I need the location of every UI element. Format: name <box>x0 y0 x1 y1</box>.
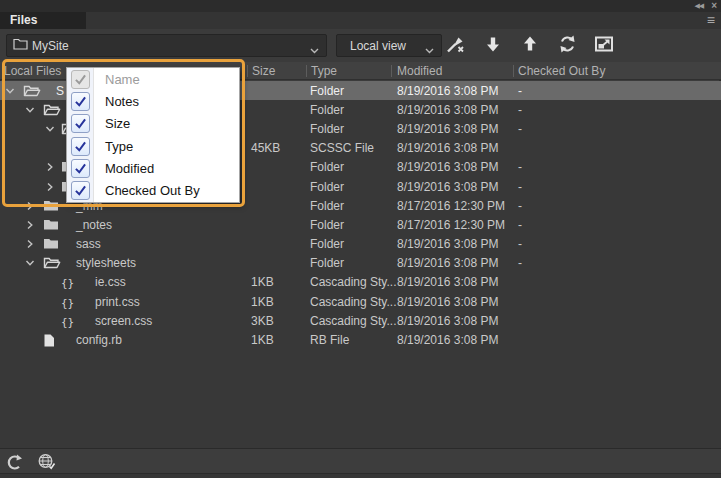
file-checked-out-by: - <box>518 256 522 270</box>
column-divider <box>513 65 514 77</box>
table-row[interactable]: {} _notes Folder 8/17/2016 12:30 PM - <box>0 215 721 234</box>
column-divider <box>247 65 248 77</box>
tree-expander-chevron-icon[interactable] <box>45 316 55 326</box>
checkbox-checked-icon[interactable] <box>71 137 90 156</box>
file-checked-out-by: - <box>518 84 522 98</box>
file-type: Cascading Sty... <box>310 314 396 328</box>
file-name: _notes <box>76 218 112 232</box>
globe-check-icon[interactable] <box>37 453 57 475</box>
tree-expander-chevron-icon[interactable] <box>25 201 35 211</box>
file-name: print.css <box>95 295 140 309</box>
file-size: 45KB <box>251 141 280 155</box>
file-modified: 8/19/2016 3:08 PM <box>397 160 498 174</box>
tree-expander-chevron-icon[interactable] <box>45 182 55 192</box>
expand-panel-button[interactable] <box>591 34 617 58</box>
file-type: Cascading Sty... <box>310 275 396 289</box>
table-row[interactable]: {} print.css 1KB Cascading Sty... 8/19/2… <box>0 292 721 311</box>
column-divider <box>391 65 392 77</box>
tree-expander-chevron-icon[interactable] <box>45 297 55 307</box>
table-row[interactable]: {} stylesheets Folder 8/19/2016 3:08 PM … <box>0 254 721 273</box>
file-checked-out-by: - <box>518 199 522 213</box>
tree-expander-chevron-icon[interactable] <box>25 105 35 115</box>
file-checked-out-by: - <box>518 218 522 232</box>
file-name: stylesheets <box>76 256 136 270</box>
close-icon[interactable]: × <box>711 1 717 11</box>
file-size: 1KB <box>251 275 274 289</box>
file-type: Folder <box>310 237 344 251</box>
tree-expander-chevron-icon[interactable] <box>25 258 35 268</box>
collapse-panel-icon[interactable]: ◀◀ <box>694 1 703 11</box>
menu-item[interactable]: Modified <box>67 157 239 179</box>
table-row[interactable]: {} ie.css 1KB Cascading Sty... 8/19/2016… <box>0 273 721 292</box>
tree-expander-chevron-icon[interactable] <box>45 124 55 134</box>
checkbox-checked-icon[interactable] <box>71 159 90 178</box>
file-type: Folder <box>310 218 344 232</box>
file-type: Folder <box>310 103 344 117</box>
menu-item[interactable]: Name <box>67 68 239 90</box>
file-modified: 8/19/2016 3:08 PM <box>397 256 498 270</box>
tree-expander-chevron-icon[interactable] <box>25 239 35 249</box>
site-selector-value: MySite <box>32 39 69 53</box>
menu-item-label: Size <box>105 116 130 131</box>
table-row[interactable]: {} sass Folder 8/19/2016 3:08 PM - <box>0 235 721 254</box>
get-files-down-arrow-icon <box>484 35 502 57</box>
checkbox-checked-icon[interactable] <box>71 92 90 111</box>
panel-options-hamburger-icon[interactable]: ≡ <box>707 12 715 29</box>
tab-bar: Files ≡ <box>0 12 721 29</box>
refresh-status-icon[interactable] <box>6 454 23 475</box>
refresh-button[interactable] <box>554 34 580 58</box>
checkbox-checked-icon[interactable] <box>71 181 90 200</box>
column-divider <box>306 65 307 77</box>
tree-expander-chevron-icon[interactable] <box>45 162 55 172</box>
get-files-button[interactable] <box>480 34 506 58</box>
file-checked-out-by: - <box>518 180 522 194</box>
put-files-button[interactable] <box>517 34 543 58</box>
tree-expander-chevron-icon[interactable] <box>45 277 55 287</box>
panel-bottom-edge <box>0 473 721 478</box>
column-header-checked-out-by[interactable]: Checked Out By <box>518 64 605 78</box>
column-header-modified[interactable]: Modified <box>397 64 442 78</box>
tree-expander-chevron-icon[interactable] <box>5 86 15 96</box>
file-modified: 8/19/2016 3:08 PM <box>397 180 498 194</box>
file-type: Folder <box>310 199 344 213</box>
file-name: S <box>56 84 64 98</box>
column-header-local-files[interactable]: Local Files <box>4 64 61 78</box>
file-modified: 8/19/2016 3:08 PM <box>397 141 498 155</box>
view-selector[interactable]: Local view <box>336 34 442 57</box>
file-modified: 8/19/2016 3:08 PM <box>397 275 498 289</box>
status-bar <box>0 448 721 473</box>
tree-expander-chevron-icon[interactable] <box>25 335 35 345</box>
connect-to-remote-server-button[interactable] <box>443 34 469 58</box>
menu-item-label: Type <box>105 139 133 154</box>
checkbox-checked-icon[interactable] <box>71 70 90 89</box>
view-selector-value: Local view <box>350 39 406 53</box>
menu-item-label: Checked Out By <box>105 183 200 198</box>
file-modified: 8/19/2016 3:08 PM <box>397 103 498 117</box>
menu-item[interactable]: Notes <box>67 90 239 112</box>
file-modified: 8/19/2016 3:08 PM <box>397 314 498 328</box>
tree-expander-chevron-icon[interactable] <box>25 220 35 230</box>
file-name: sass <box>76 237 101 251</box>
file-type: RB File <box>310 333 349 347</box>
put-files-up-arrow-icon <box>521 35 539 57</box>
file-type-icon: {} <box>61 276 74 289</box>
file-size: 1KB <box>251 333 274 347</box>
checkbox-checked-icon[interactable] <box>71 114 90 133</box>
column-header-size[interactable]: Size <box>252 64 275 78</box>
column-header-type[interactable]: Type <box>311 64 337 78</box>
file-checked-out-by: - <box>518 103 522 117</box>
menu-item[interactable]: Size <box>67 113 239 135</box>
file-type-icon: {} <box>43 334 55 347</box>
menu-item[interactable]: Checked Out By <box>67 179 239 201</box>
table-row[interactable]: {} screen.css 3KB Cascading Sty... 8/19/… <box>0 311 721 330</box>
folder-outline-icon <box>13 38 28 53</box>
site-selector[interactable]: MySite <box>6 34 327 57</box>
menu-item-label: Notes <box>105 94 139 109</box>
files-panel: ◀◀ × Files ≡ MySite Local view <box>0 0 721 478</box>
menu-item[interactable]: Type <box>67 135 239 157</box>
table-row[interactable]: {} config.rb 1KB RB File 8/19/2016 3:08 … <box>0 330 721 349</box>
file-size: 1KB <box>251 295 274 309</box>
file-type: Folder <box>310 180 344 194</box>
file-name: config.rb <box>76 333 122 347</box>
tab-files[interactable]: Files <box>0 12 86 29</box>
